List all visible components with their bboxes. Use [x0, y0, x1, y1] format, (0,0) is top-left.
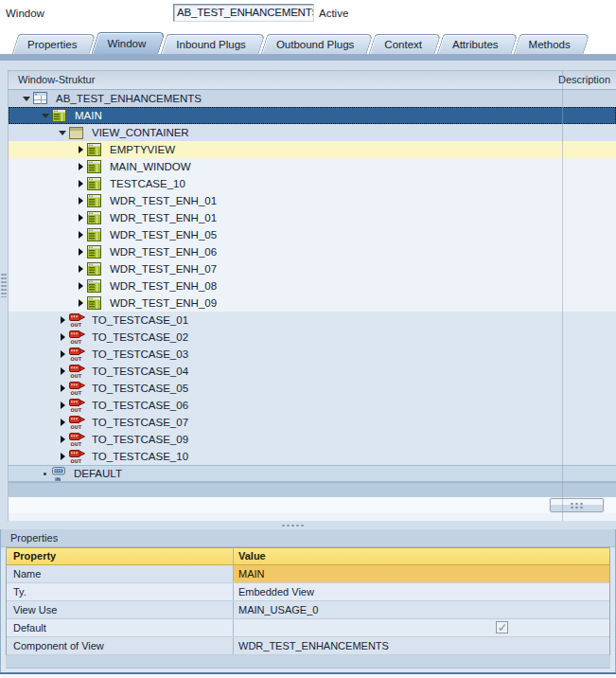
outbound-plug-icon: OUT	[69, 398, 88, 413]
tree-node-main[interactable]: MAIN	[9, 107, 616, 124]
tree-node-wdr_test_enh_01[interactable]: WDR_TEST_ENH_01	[9, 192, 616, 209]
tree-node-wdr_test_enh_09[interactable]: WDR_TEST_ENH_09	[9, 294, 616, 312]
properties-panel-title: Properties	[1, 529, 615, 547]
triangle-shape	[79, 248, 83, 256]
expand-toggle-icon[interactable]	[74, 214, 87, 222]
tree-node-to_testcase_09[interactable]: OUTTO_TESTCASE_09	[9, 431, 616, 448]
vertical-splitter-handle[interactable]	[1, 273, 7, 297]
tree-node-to_testcase_01[interactable]: OUTTO_TESTCASE_01	[9, 312, 616, 329]
tree-node-default[interactable]: INDEFAULT	[9, 465, 616, 482]
tree-node-label: WDR_TEST_ENH_01	[106, 212, 217, 223]
column-separator[interactable]	[562, 71, 563, 521]
expand-toggle-icon[interactable]	[56, 367, 69, 375]
tab-outbound-plugs[interactable]: Outbound Plugs	[264, 34, 370, 54]
collapse-toggle-icon[interactable]	[56, 131, 69, 135]
triangle-shape	[79, 282, 83, 290]
triangle-shape	[61, 401, 65, 409]
tree-node-testcase_10[interactable]: TESTCASE_10	[9, 175, 616, 192]
tree-node-to_testcase_03[interactable]: OUTTO_TESTCASE_03	[9, 346, 616, 363]
expand-toggle-icon[interactable]	[74, 248, 87, 256]
tab-inbound-plugs[interactable]: Inbound Plugs	[164, 34, 262, 54]
tree-node-wdr_test_enh_07[interactable]: WDR_TEST_ENH_07	[9, 260, 616, 277]
tree-node-view_container[interactable]: VIEW_CONTAINER	[9, 124, 616, 141]
tree-structure-column-header: Window-Struktur	[18, 71, 95, 89]
bottom-margin	[0, 674, 616, 678]
tab-label: Context	[384, 39, 422, 50]
tab-window[interactable]: Window	[95, 32, 162, 54]
expand-toggle-icon[interactable]	[74, 163, 87, 170]
tree-node-emptyview[interactable]: EMPTYVIEW	[9, 141, 616, 158]
expand-toggle-icon[interactable]	[74, 146, 87, 153]
property-value[interactable]: MAIN	[234, 565, 609, 582]
triangle-shape	[59, 131, 66, 135]
triangle-shape	[61, 419, 65, 426]
tab-attributes[interactable]: Attributes	[440, 34, 515, 54]
expand-toggle-icon[interactable]	[56, 333, 69, 341]
expand-toggle-icon[interactable]	[56, 350, 69, 358]
tree-node-label: TO_TESTCASE_10	[88, 451, 188, 462]
tree-node-label: TO_TESTCASE_01	[88, 314, 188, 326]
collapse-toggle-icon[interactable]	[39, 114, 52, 118]
expand-toggle-icon[interactable]	[74, 197, 87, 205]
tree-node-to_testcase_02[interactable]: OUTTO_TESTCASE_02	[9, 329, 616, 346]
tab-context[interactable]: Context	[372, 34, 438, 54]
outbound-plug-icon: OUT	[69, 415, 88, 430]
tree-node-label: TESTCASE_10	[106, 178, 185, 189]
tab-methods[interactable]: Methods	[517, 34, 587, 54]
view-icon	[87, 177, 106, 190]
property-value[interactable]: WDR_TEST_ENHANCEMENTS	[234, 637, 609, 654]
window-tab-content: Window-Struktur Description AB_TEST_ENHA…	[0, 61, 616, 678]
expand-toggle-icon[interactable]	[56, 436, 69, 443]
window-name-input[interactable]: AB_TEST_ENHANCEMENTS	[173, 4, 314, 22]
tree-node-wdr_test_enh_05[interactable]: WDR_TEST_ENH_05	[9, 226, 616, 243]
triangle-shape	[61, 350, 65, 358]
horizontal-splitter[interactable]	[0, 521, 616, 529]
tree-node-wdr_test_enh_06[interactable]: WDR_TEST_ENH_06	[9, 243, 616, 260]
tree-node-wdr_test_enh_01[interactable]: WDR_TEST_ENH_01	[9, 209, 616, 226]
tree-node-main_window[interactable]: MAIN_WINDOW	[9, 158, 616, 175]
tree-column-headers: Window-Struktur Description	[9, 71, 616, 90]
tree-node-to_testcase_05[interactable]: OUTTO_TESTCASE_05	[9, 380, 616, 397]
expand-toggle-icon[interactable]	[56, 453, 69, 460]
tree-node-to_testcase_10[interactable]: OUTTO_TESTCASE_10	[9, 448, 616, 465]
collapse-toggle-icon[interactable]	[20, 97, 33, 101]
tree-node-to_testcase_04[interactable]: OUTTO_TESTCASE_04	[9, 363, 616, 380]
expand-toggle-icon[interactable]	[74, 282, 87, 290]
triangle-shape	[61, 333, 65, 341]
expand-toggle-icon[interactable]	[56, 419, 69, 426]
splitter-dots-icon	[281, 524, 304, 527]
default-checkbox[interactable]: ✓	[496, 621, 508, 633]
outbound-plug-icon: OUT	[69, 432, 88, 447]
svg-text:OUT: OUT	[71, 356, 82, 362]
triangle-shape	[79, 197, 83, 205]
triangle-shape	[79, 231, 83, 239]
svg-text:OUT: OUT	[71, 339, 82, 345]
expand-toggle-icon[interactable]	[56, 384, 69, 392]
properties-table-body: NameMAINTy.Embedded ViewView UseMAIN_USA…	[7, 565, 609, 655]
tree-footer-band	[9, 482, 616, 497]
tree-node-to_testcase_06[interactable]: OUTTO_TESTCASE_06	[9, 397, 616, 414]
svg-text:OUT: OUT	[71, 458, 82, 464]
property-row-component-of-view: Component of ViewWDR_TEST_ENHANCEMENTS	[7, 637, 609, 655]
tree-node-label: WDR_TEST_ENH_08	[106, 280, 217, 292]
expand-toggle-icon[interactable]	[74, 231, 87, 239]
view-icon	[52, 109, 71, 122]
tree-node-label: TO_TESTCASE_06	[88, 400, 188, 411]
expand-toggle-icon[interactable]	[74, 299, 87, 307]
tree-node-wdr_test_enh_08[interactable]: WDR_TEST_ENH_08	[9, 277, 616, 294]
tree-node-to_testcase_07[interactable]: OUTTO_TESTCASE_07	[9, 414, 616, 431]
property-value[interactable]: MAIN_USAGE_0	[234, 601, 609, 618]
expand-toggle-icon[interactable]	[56, 401, 69, 409]
property-value[interactable]: ✓	[234, 619, 609, 636]
window-editor-screen: Window AB_TEST_ENHANCEMENTS Active Prope…	[0, 0, 616, 678]
triangle-shape	[79, 180, 83, 187]
expand-toggle-icon[interactable]	[74, 265, 87, 273]
expand-toggle-icon[interactable]	[74, 180, 87, 187]
grip-button[interactable]	[550, 498, 604, 512]
property-row-default: Default✓	[7, 619, 609, 637]
tab-properties[interactable]: Properties	[15, 34, 93, 54]
property-value[interactable]: Embedded View	[234, 583, 609, 600]
tab-label: Window	[107, 38, 146, 49]
tree-node-ab_test_enhancements[interactable]: AB_TEST_ENHANCEMENTS	[9, 90, 616, 107]
expand-toggle-icon[interactable]	[56, 316, 69, 324]
